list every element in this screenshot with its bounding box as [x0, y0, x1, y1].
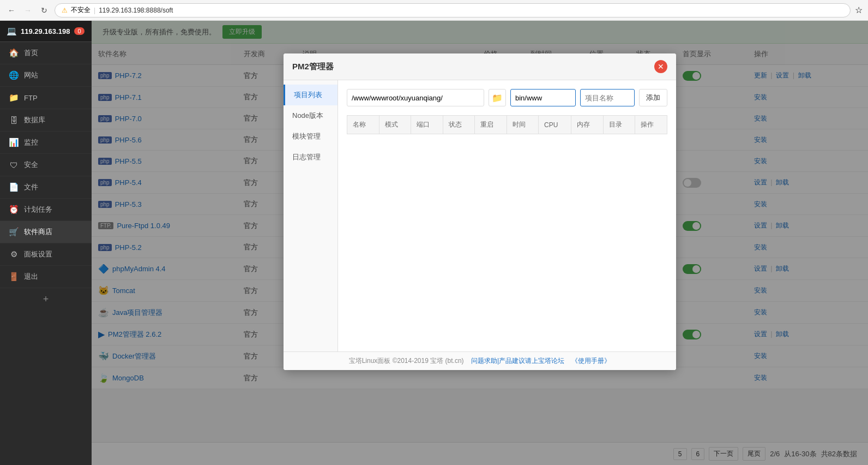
panel-icon: ⚙	[9, 249, 19, 259]
proj-col-mode: 模式	[379, 116, 411, 134]
server-ip: 119.29.163.198	[21, 27, 70, 35]
star-icon[interactable]: ☆	[855, 5, 863, 15]
projects-table: 名称 模式 端口 状态 重启 时间 CPU 内存 目录 操作	[347, 115, 667, 134]
sidebar-item-website[interactable]: 🌐 网站	[0, 64, 92, 87]
back-button[interactable]: ←	[5, 4, 17, 16]
modal-content: 📁 添加 名称 模式 端口 状态 重启 时间 CPU	[338, 80, 676, 351]
proj-col-name: 名称	[347, 116, 379, 134]
cron-icon: ⏰	[9, 205, 19, 214]
modal-nav: 项目列表 Node版本 模块管理 日志管理	[284, 80, 338, 351]
proj-col-time: 时间	[507, 116, 539, 134]
forward-button[interactable]: →	[22, 4, 34, 16]
add-project-button[interactable]: 添加	[639, 89, 667, 106]
sidebar-item-database[interactable]: 🗄 数据库	[0, 109, 92, 132]
home-icon: 🏠	[9, 48, 19, 58]
sidebar-header: 💻 119.29.163.198 0	[0, 21, 92, 42]
sidebar-item-home[interactable]: 🏠 首页	[0, 42, 92, 64]
sidebar-label-monitor: 监控	[24, 138, 38, 147]
sidebar-add-button[interactable]: +	[0, 288, 92, 311]
modal-body: 项目列表 Node版本 模块管理 日志管理 📁 添加 名称	[284, 80, 676, 351]
proj-col-dir: 目录	[603, 116, 635, 134]
sidebar-item-logout[interactable]: 🚪 退出	[0, 266, 92, 288]
security-warning: ⚠	[62, 7, 68, 14]
sidebar-item-cron[interactable]: ⏰ 计划任务	[0, 199, 92, 221]
sidebar-label-cron: 计划任务	[24, 205, 52, 214]
site-footer: 宝塔Linux面板 ©2014-2019 宝塔 (bt.cn) 问题求助|产品建…	[284, 351, 676, 370]
security-label: 不安全	[71, 5, 91, 15]
sidebar-item-softshop[interactable]: 🛒 软件商店	[0, 221, 92, 243]
monitor-icon: 📊	[9, 138, 19, 147]
proj-col-cpu: CPU	[539, 116, 571, 134]
footer-manual[interactable]: 《使用手册》	[571, 357, 611, 365]
sidebar-label-home: 首页	[24, 48, 38, 58]
modal-toolbar: 📁 添加	[347, 89, 667, 106]
sidebar-label-database: 数据库	[24, 115, 45, 125]
database-icon: 🗄	[9, 115, 19, 125]
address-bar: ⚠ 不安全 | 119.29.163.198:8888/soft	[55, 3, 851, 17]
modal-header: PM2管理器 ✕	[284, 53, 676, 80]
project-path-input[interactable]	[347, 89, 484, 106]
proj-col-restart: 重启	[475, 116, 507, 134]
modal-close-button[interactable]: ✕	[654, 60, 667, 73]
modal-title: PM2管理器	[292, 62, 334, 72]
project-name-input[interactable]	[580, 89, 635, 106]
proj-col-action: 操作	[635, 116, 667, 134]
notification-badge: 0	[74, 27, 84, 35]
url-text: 119.29.163.198:8888/soft	[99, 7, 173, 14]
sidebar-label-ftp: FTP	[24, 94, 38, 102]
sidebar-label-softshop: 软件商店	[24, 227, 52, 237]
footer-help[interactable]: 问题求助|产品建议请上宝塔论坛	[471, 357, 564, 365]
sidebar-label-files: 文件	[24, 182, 38, 192]
sidebar-item-panel[interactable]: ⚙ 面板设置	[0, 243, 92, 266]
sidebar-label-security: 安全	[24, 160, 38, 170]
proj-col-port: 端口	[411, 116, 443, 134]
refresh-button[interactable]: ↻	[38, 4, 50, 16]
sidebar-label-website: 网站	[24, 70, 38, 80]
security-icon: 🛡	[9, 160, 19, 170]
folder-browse-button[interactable]: 📁	[489, 89, 506, 106]
website-icon: 🌐	[9, 70, 19, 80]
sidebar-item-ftp[interactable]: 📁 FTP	[0, 87, 92, 109]
proj-col-mem: 内存	[571, 116, 604, 134]
files-icon: 📄	[9, 182, 19, 192]
proj-col-status: 状态	[443, 116, 475, 134]
sidebar-label-logout: 退出	[24, 272, 38, 282]
sidebar-item-monitor[interactable]: 📊 监控	[0, 132, 92, 154]
footer-copyright: 宝塔Linux面板 ©2014-2019 宝塔 (bt.cn)	[349, 357, 464, 365]
modal-nav-module[interactable]: 模块管理	[284, 126, 337, 147]
logout-icon: 🚪	[9, 272, 19, 282]
server-icon: 💻	[7, 26, 16, 36]
sidebar: 💻 119.29.163.198 0 🏠 首页 🌐 网站 📁 FTP 🗄 数据库…	[0, 21, 92, 465]
sidebar-item-security[interactable]: 🛡 安全	[0, 154, 92, 176]
pm2-modal: PM2管理器 ✕ 项目列表 Node版本 模块管理 日志管理 📁 添加	[284, 53, 676, 370]
modal-nav-project-list[interactable]: 项目列表	[284, 85, 337, 105]
project-entry-input[interactable]	[510, 89, 576, 106]
shop-icon: 🛒	[9, 227, 19, 237]
sidebar-label-panel: 面板设置	[24, 249, 52, 259]
ftp-icon: 📁	[9, 93, 19, 103]
projects-header-row: 名称 模式 端口 状态 重启 时间 CPU 内存 目录 操作	[347, 116, 667, 134]
browser-bar: ← → ↻ ⚠ 不安全 | 119.29.163.198:8888/soft ☆	[0, 0, 868, 21]
modal-nav-node-version[interactable]: Node版本	[284, 105, 337, 126]
modal-overlay: PM2管理器 ✕ 项目列表 Node版本 模块管理 日志管理 📁 添加	[92, 21, 868, 465]
modal-nav-log[interactable]: 日志管理	[284, 147, 337, 168]
sidebar-item-files[interactable]: 📄 文件	[0, 176, 92, 199]
browser-icons: ☆	[855, 5, 863, 15]
